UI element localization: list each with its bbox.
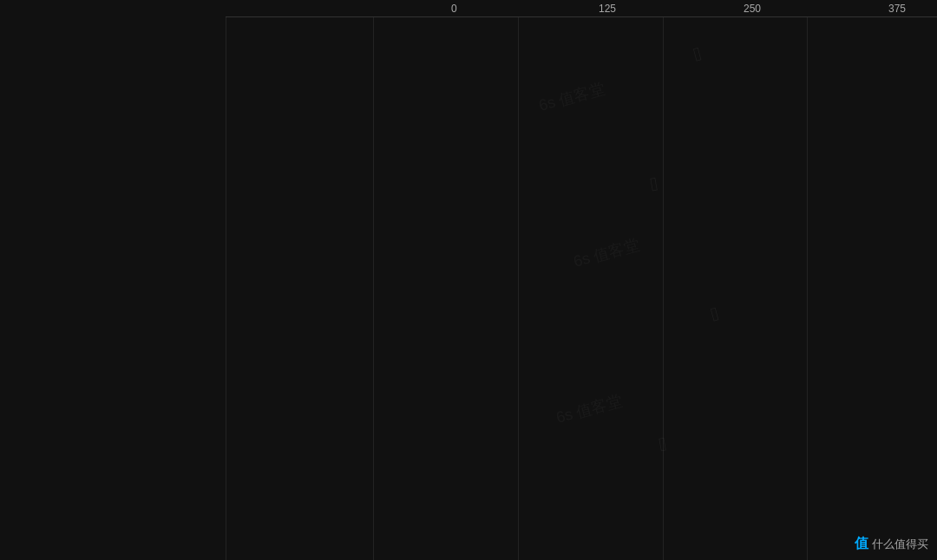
axis-label-0: 0 bbox=[451, 3, 457, 15]
axis-label-250: 250 bbox=[744, 3, 761, 15]
axis-label-375: 375 bbox=[888, 3, 906, 15]
bars-area bbox=[0, 17, 937, 560]
axis-top: 0 125 250 375 500 bbox=[226, 0, 937, 17]
chart-container: 0 125 250 375 500 值 什么值得买     6s 值客堂… bbox=[0, 0, 937, 560]
bottom-logo: 值 什么值得买 bbox=[855, 535, 928, 553]
axis-label-125: 125 bbox=[599, 3, 616, 15]
